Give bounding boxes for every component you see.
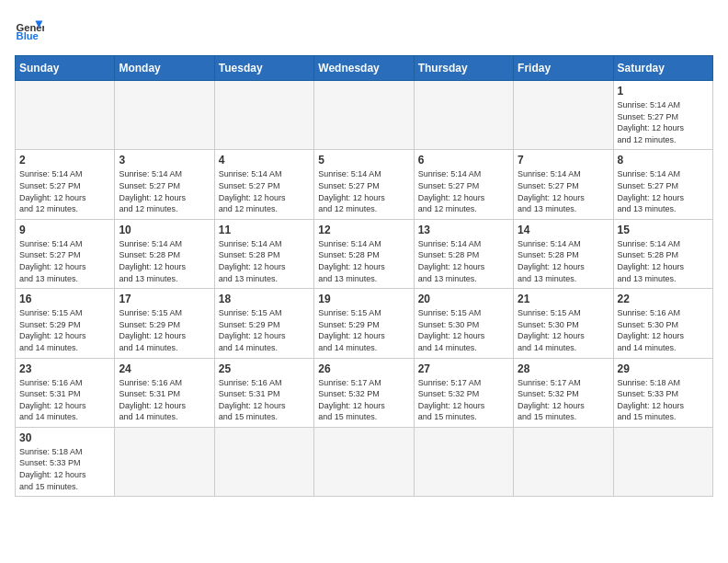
- day-info: Sunrise: 5:14 AM Sunset: 5:27 PM Dayligh…: [518, 168, 609, 214]
- calendar-header-saturday: Saturday: [613, 56, 712, 81]
- calendar-cell: 30Sunrise: 5:18 AM Sunset: 5:33 PM Dayli…: [16, 427, 115, 496]
- day-info: Sunrise: 5:14 AM Sunset: 5:28 PM Dayligh…: [219, 238, 310, 284]
- day-number: 30: [19, 431, 110, 444]
- calendar-week-row-2: 2Sunrise: 5:14 AM Sunset: 5:27 PM Daylig…: [16, 150, 713, 219]
- day-number: 29: [618, 362, 709, 375]
- calendar-week-row-4: 16Sunrise: 5:15 AM Sunset: 5:29 PM Dayli…: [16, 289, 713, 358]
- calendar-cell: 7Sunrise: 5:14 AM Sunset: 5:27 PM Daylig…: [514, 150, 613, 219]
- calendar-cell: 28Sunrise: 5:17 AM Sunset: 5:32 PM Dayli…: [514, 358, 613, 427]
- calendar-cell: 5Sunrise: 5:14 AM Sunset: 5:27 PM Daylig…: [314, 150, 414, 219]
- calendar-cell: 22Sunrise: 5:16 AM Sunset: 5:30 PM Dayli…: [613, 289, 712, 358]
- day-number: 4: [219, 154, 310, 167]
- calendar-cell: 8Sunrise: 5:14 AM Sunset: 5:27 PM Daylig…: [613, 150, 712, 219]
- day-info: Sunrise: 5:14 AM Sunset: 5:27 PM Dayligh…: [618, 168, 709, 214]
- day-info: Sunrise: 5:14 AM Sunset: 5:27 PM Dayligh…: [19, 238, 110, 284]
- day-info: Sunrise: 5:14 AM Sunset: 5:27 PM Dayligh…: [19, 168, 110, 214]
- calendar-cell: 15Sunrise: 5:14 AM Sunset: 5:28 PM Dayli…: [613, 219, 712, 288]
- calendar-cell: 10Sunrise: 5:14 AM Sunset: 5:28 PM Dayli…: [115, 219, 214, 288]
- day-number: 17: [119, 293, 210, 305]
- calendar-header-wednesday: Wednesday: [314, 56, 414, 81]
- day-number: 2: [19, 154, 110, 167]
- day-number: 27: [418, 362, 509, 375]
- calendar-header-sunday: Sunday: [16, 56, 115, 81]
- calendar-cell: [115, 81, 214, 150]
- day-info: Sunrise: 5:14 AM Sunset: 5:28 PM Dayligh…: [618, 238, 709, 284]
- calendar-cell: 14Sunrise: 5:14 AM Sunset: 5:28 PM Dayli…: [514, 219, 613, 288]
- day-number: 18: [219, 293, 310, 305]
- day-info: Sunrise: 5:16 AM Sunset: 5:31 PM Dayligh…: [219, 377, 310, 423]
- page-header: General Blue: [15, 15, 713, 44]
- calendar-table: SundayMondayTuesdayWednesdayThursdayFrid…: [15, 55, 713, 497]
- calendar-cell: [414, 427, 513, 496]
- calendar-cell: 27Sunrise: 5:17 AM Sunset: 5:32 PM Dayli…: [414, 358, 513, 427]
- day-number: 21: [518, 293, 609, 305]
- calendar-cell: 25Sunrise: 5:16 AM Sunset: 5:31 PM Dayli…: [214, 358, 313, 427]
- day-number: 3: [119, 154, 210, 167]
- calendar-header-thursday: Thursday: [414, 56, 513, 81]
- day-number: 13: [418, 224, 509, 236]
- calendar-cell: [314, 427, 414, 496]
- day-info: Sunrise: 5:14 AM Sunset: 5:28 PM Dayligh…: [318, 238, 409, 284]
- day-info: Sunrise: 5:16 AM Sunset: 5:31 PM Dayligh…: [119, 377, 210, 423]
- day-info: Sunrise: 5:18 AM Sunset: 5:33 PM Dayligh…: [19, 446, 110, 492]
- day-info: Sunrise: 5:14 AM Sunset: 5:27 PM Dayligh…: [219, 168, 310, 214]
- calendar-cell: 2Sunrise: 5:14 AM Sunset: 5:27 PM Daylig…: [16, 150, 115, 219]
- calendar-cell: 20Sunrise: 5:15 AM Sunset: 5:30 PM Dayli…: [414, 289, 513, 358]
- calendar-cell: [414, 81, 513, 150]
- calendar-week-row-6: 30Sunrise: 5:18 AM Sunset: 5:33 PM Dayli…: [16, 427, 713, 496]
- day-number: 28: [518, 362, 609, 375]
- logo: General Blue: [15, 15, 48, 44]
- calendar-cell: 29Sunrise: 5:18 AM Sunset: 5:33 PM Dayli…: [613, 358, 712, 427]
- svg-text:Blue: Blue: [17, 30, 39, 41]
- day-info: Sunrise: 5:17 AM Sunset: 5:32 PM Dayligh…: [518, 377, 609, 423]
- day-number: 1: [618, 85, 709, 98]
- day-number: 25: [219, 362, 310, 375]
- day-info: Sunrise: 5:16 AM Sunset: 5:30 PM Dayligh…: [618, 307, 709, 353]
- calendar-cell: [514, 81, 613, 150]
- day-info: Sunrise: 5:15 AM Sunset: 5:30 PM Dayligh…: [518, 307, 609, 353]
- day-number: 16: [19, 293, 110, 305]
- day-info: Sunrise: 5:14 AM Sunset: 5:27 PM Dayligh…: [418, 168, 509, 214]
- day-info: Sunrise: 5:15 AM Sunset: 5:29 PM Dayligh…: [119, 307, 210, 353]
- day-number: 19: [318, 293, 409, 305]
- day-info: Sunrise: 5:16 AM Sunset: 5:31 PM Dayligh…: [19, 377, 110, 423]
- day-number: 9: [19, 224, 110, 236]
- calendar-cell: 23Sunrise: 5:16 AM Sunset: 5:31 PM Dayli…: [16, 358, 115, 427]
- day-number: 23: [19, 362, 110, 375]
- calendar-cell: 12Sunrise: 5:14 AM Sunset: 5:28 PM Dayli…: [314, 219, 414, 288]
- day-number: 15: [618, 224, 709, 236]
- day-number: 20: [418, 293, 509, 305]
- calendar-cell: 11Sunrise: 5:14 AM Sunset: 5:28 PM Dayli…: [214, 219, 313, 288]
- day-info: Sunrise: 5:17 AM Sunset: 5:32 PM Dayligh…: [318, 377, 409, 423]
- day-info: Sunrise: 5:14 AM Sunset: 5:28 PM Dayligh…: [119, 238, 210, 284]
- calendar-cell: 21Sunrise: 5:15 AM Sunset: 5:30 PM Dayli…: [514, 289, 613, 358]
- calendar-cell: [514, 427, 613, 496]
- calendar-header-friday: Friday: [514, 56, 613, 81]
- day-info: Sunrise: 5:14 AM Sunset: 5:28 PM Dayligh…: [418, 238, 509, 284]
- calendar-cell: [16, 81, 115, 150]
- calendar-cell: [115, 427, 214, 496]
- calendar-week-row-3: 9Sunrise: 5:14 AM Sunset: 5:27 PM Daylig…: [16, 219, 713, 288]
- day-info: Sunrise: 5:15 AM Sunset: 5:30 PM Dayligh…: [418, 307, 509, 353]
- calendar-header-tuesday: Tuesday: [214, 56, 313, 81]
- calendar-week-row-1: 1Sunrise: 5:14 AM Sunset: 5:27 PM Daylig…: [16, 81, 713, 150]
- day-info: Sunrise: 5:17 AM Sunset: 5:32 PM Dayligh…: [418, 377, 509, 423]
- day-number: 22: [618, 293, 709, 305]
- day-info: Sunrise: 5:14 AM Sunset: 5:27 PM Dayligh…: [618, 99, 709, 145]
- calendar-cell: 16Sunrise: 5:15 AM Sunset: 5:29 PM Dayli…: [16, 289, 115, 358]
- calendar-cell: 1Sunrise: 5:14 AM Sunset: 5:27 PM Daylig…: [613, 81, 712, 150]
- day-number: 11: [219, 224, 310, 236]
- day-number: 14: [518, 224, 609, 236]
- day-info: Sunrise: 5:15 AM Sunset: 5:29 PM Dayligh…: [318, 307, 409, 353]
- calendar-cell: 19Sunrise: 5:15 AM Sunset: 5:29 PM Dayli…: [314, 289, 414, 358]
- day-number: 12: [318, 224, 409, 236]
- calendar-week-row-5: 23Sunrise: 5:16 AM Sunset: 5:31 PM Dayli…: [16, 358, 713, 427]
- day-number: 10: [119, 224, 210, 236]
- day-info: Sunrise: 5:14 AM Sunset: 5:28 PM Dayligh…: [518, 238, 609, 284]
- day-number: 8: [618, 154, 709, 167]
- day-info: Sunrise: 5:15 AM Sunset: 5:29 PM Dayligh…: [19, 307, 110, 353]
- calendar-cell: 6Sunrise: 5:14 AM Sunset: 5:27 PM Daylig…: [414, 150, 513, 219]
- calendar-cell: 18Sunrise: 5:15 AM Sunset: 5:29 PM Dayli…: [214, 289, 313, 358]
- calendar-cell: 9Sunrise: 5:14 AM Sunset: 5:27 PM Daylig…: [16, 219, 115, 288]
- calendar-header-monday: Monday: [115, 56, 214, 81]
